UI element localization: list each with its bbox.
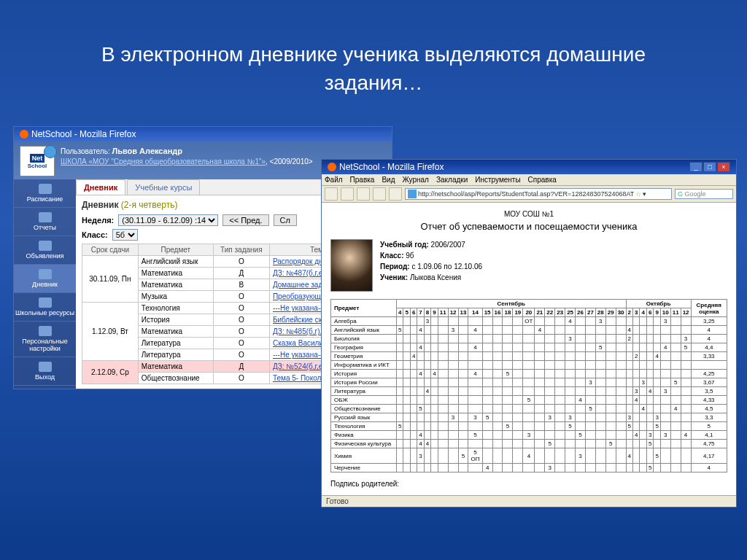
grade-cell bbox=[576, 440, 586, 448]
grade-cell bbox=[640, 448, 646, 464]
grade-cell bbox=[513, 422, 523, 431]
grade-cell bbox=[660, 361, 670, 370]
svg-rect-3 bbox=[39, 269, 52, 279]
next-week-button[interactable]: Сл bbox=[274, 214, 297, 226]
menu-item[interactable]: Правка bbox=[350, 176, 375, 184]
prev-week-button[interactable]: << Пред. bbox=[222, 214, 268, 226]
homework-link[interactable]: ---Не указана--- bbox=[273, 351, 325, 359]
grade-cell bbox=[585, 464, 595, 472]
grade-cell bbox=[523, 370, 535, 378]
dropdown-icon[interactable]: ▾ bbox=[643, 190, 646, 198]
close-button[interactable]: × bbox=[717, 162, 730, 172]
sidebar-item[interactable]: Объявления bbox=[14, 236, 76, 265]
maximize-button[interactable]: □ bbox=[703, 162, 716, 172]
sidebar-item[interactable]: Дневник bbox=[14, 265, 76, 293]
home-icon[interactable] bbox=[389, 187, 402, 201]
report-school: МОУ СОШ №1 bbox=[330, 210, 727, 218]
grade-cell bbox=[654, 396, 660, 405]
subject-name: Английский язык bbox=[331, 326, 397, 335]
grade-cell bbox=[424, 370, 430, 378]
page-icon bbox=[408, 190, 417, 198]
grade-cell: 3 bbox=[660, 431, 670, 440]
back-icon[interactable] bbox=[325, 187, 338, 201]
grade-cell bbox=[523, 361, 535, 370]
sidebar-item[interactable]: Школьные ресурсы bbox=[14, 293, 76, 322]
grade-cell: 3 bbox=[565, 335, 576, 343]
subject-name: ОБЖ bbox=[331, 396, 397, 405]
grade-cell: 5 bbox=[595, 343, 605, 352]
forward-icon[interactable] bbox=[341, 187, 354, 201]
grade-cell bbox=[513, 431, 523, 440]
subject-name: Химия bbox=[331, 448, 397, 464]
grade-cell bbox=[410, 378, 417, 387]
day-header: 12 bbox=[448, 308, 458, 317]
week-select[interactable]: (30.11.09 - 6.12.09) :14 bbox=[118, 214, 218, 226]
sidebar-item[interactable]: Персональные настройки bbox=[14, 322, 76, 357]
grade-cell bbox=[410, 413, 417, 422]
grade-cell bbox=[431, 352, 438, 361]
address-bar[interactable]: http://netschool/asp/Reports/StudentTota… bbox=[405, 188, 672, 200]
avg-cell: 3,25 bbox=[691, 317, 727, 326]
subject-name: Алгебра bbox=[331, 317, 397, 326]
grade-cell bbox=[654, 343, 660, 352]
minimize-button[interactable]: _ bbox=[689, 162, 703, 172]
grade-cell bbox=[468, 361, 482, 370]
menu-item[interactable]: Справка bbox=[528, 176, 557, 184]
grade-cell bbox=[535, 413, 545, 422]
grade-cell: 4 bbox=[626, 326, 632, 335]
grade-cell bbox=[458, 396, 468, 405]
avg-cell: 3,5 bbox=[691, 387, 727, 396]
day-header: 11 bbox=[670, 308, 681, 317]
homework-link[interactable]: Распорядок дня bbox=[273, 257, 327, 265]
grade-cell bbox=[654, 405, 660, 413]
grade-cell bbox=[448, 448, 458, 464]
menu-bar: ФайлПравкаВидЖурналЗакладкиИнструментыСп… bbox=[322, 174, 736, 186]
menu-item[interactable]: Закладки bbox=[436, 176, 468, 184]
stop-icon[interactable] bbox=[373, 187, 386, 201]
grade-cell bbox=[616, 343, 626, 352]
grade-cell bbox=[513, 335, 523, 343]
reload-icon[interactable] bbox=[357, 187, 370, 201]
school-link[interactable]: ШКОЛА «МОУ "Средняя общеобразовательная … bbox=[61, 158, 266, 166]
avg-cell: 4,33 bbox=[691, 396, 727, 405]
grade-cell bbox=[410, 387, 417, 396]
grade-cell bbox=[633, 326, 640, 335]
sidebar-item[interactable]: Отчеты bbox=[14, 208, 76, 236]
column-header: Предмет bbox=[138, 244, 213, 256]
grade-cell bbox=[681, 370, 691, 378]
homework-link[interactable]: ---Не указана--- bbox=[273, 304, 325, 312]
sidebar-item[interactable]: Расписание bbox=[14, 179, 76, 208]
grade-cell bbox=[403, 352, 410, 361]
day-header: 4 bbox=[640, 308, 646, 317]
grade-cell: 5 bbox=[670, 378, 681, 387]
grade-cell bbox=[660, 335, 670, 343]
student-avatar bbox=[330, 239, 373, 292]
grade-cell bbox=[605, 405, 616, 413]
tab-courses[interactable]: Учебные курсы bbox=[127, 179, 200, 195]
menu-item[interactable]: Журнал bbox=[402, 176, 429, 184]
nav-icon bbox=[39, 269, 52, 279]
menu-item[interactable]: Файл bbox=[325, 176, 343, 184]
day-header: 4 bbox=[397, 308, 403, 317]
menu-item[interactable]: Вид bbox=[382, 176, 395, 184]
menu-item[interactable]: Инструменты bbox=[475, 176, 520, 184]
sidebar-item[interactable]: Выход bbox=[14, 357, 76, 386]
day-header: 23 bbox=[555, 308, 565, 317]
class-select[interactable]: 5б bbox=[112, 229, 138, 241]
bookmark-star-icon[interactable]: ☆ bbox=[635, 190, 641, 198]
grade-cell bbox=[535, 431, 545, 440]
grade-cell bbox=[523, 387, 535, 396]
grade-cell bbox=[545, 378, 555, 387]
grade-cell bbox=[482, 370, 492, 378]
search-box[interactable]: G Google bbox=[675, 189, 733, 199]
grade-cell bbox=[513, 405, 523, 413]
column-header: Тип задания bbox=[213, 244, 269, 256]
grade-cell bbox=[654, 387, 660, 396]
grade-cell: 4 bbox=[626, 448, 632, 464]
grade-cell bbox=[565, 378, 576, 387]
grade-cell bbox=[410, 335, 417, 343]
grade-cell bbox=[482, 352, 492, 361]
tab-diary[interactable]: Дневник bbox=[76, 179, 125, 195]
grade-cell: 4 bbox=[424, 387, 430, 396]
grade-cell: 3 bbox=[424, 317, 430, 326]
